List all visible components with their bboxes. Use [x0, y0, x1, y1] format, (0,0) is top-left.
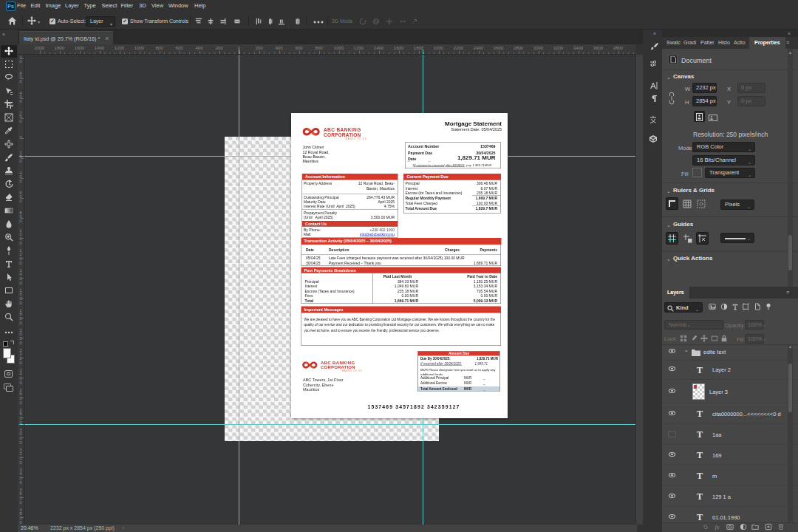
svg-text:fx: fx	[715, 524, 720, 531]
